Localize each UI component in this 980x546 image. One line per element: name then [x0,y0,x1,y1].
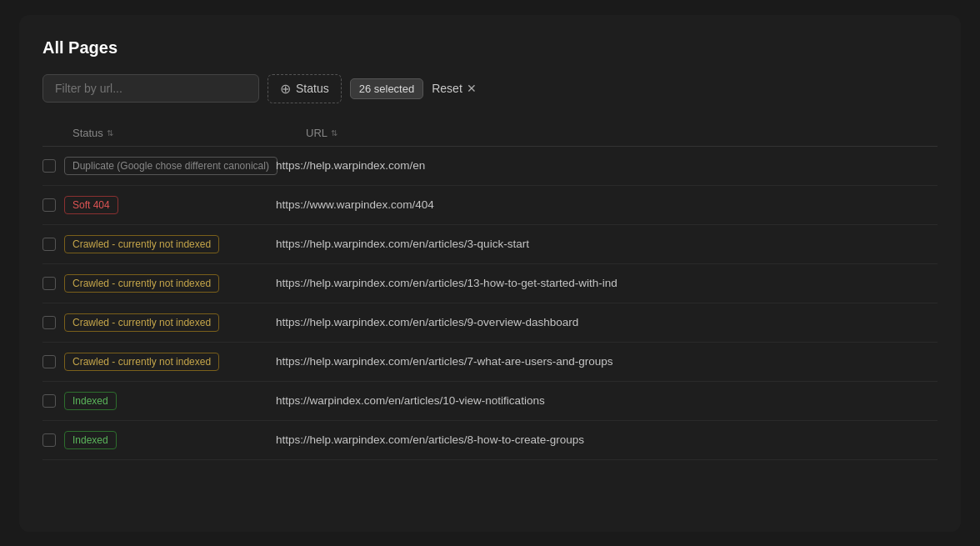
status-filter-button[interactable]: ⊕ Status [268,74,342,103]
header-url[interactable]: URL ⇅ [306,127,938,139]
status-badge: Crawled - currently not indexed [64,353,219,371]
close-icon: ✕ [467,82,477,95]
row-status-cell: Indexed [42,431,276,449]
row-checkbox[interactable] [42,277,56,290]
row-status-cell: Duplicate (Google chose different canoni… [42,157,276,175]
table-rows: Duplicate (Google chose different canoni… [42,147,938,460]
row-url: https://help.warpindex.com/en [276,159,938,172]
status-badge: Crawled - currently not indexed [64,274,219,293]
row-url: https://help.warpindex.com/en/articles/7… [276,355,938,368]
row-checkbox[interactable] [42,198,56,212]
row-status-cell: Crawled - currently not indexed [42,313,276,332]
filter-url-input[interactable] [42,74,259,103]
plus-icon: ⊕ [280,81,291,97]
row-status-cell: Crawled - currently not indexed [42,353,276,371]
table-row: Soft 404https://www.warpindex.com/404 [42,186,938,225]
row-status-cell: Indexed [42,392,276,410]
reset-button[interactable]: Reset ✕ [432,82,477,95]
row-url: https://help.warpindex.com/en/articles/9… [276,316,938,328]
selected-count-badge: 26 selected [350,78,424,99]
row-url: https://www.warpindex.com/404 [276,198,938,211]
row-status-cell: Soft 404 [42,196,276,214]
status-badge: Crawled - currently not indexed [64,235,219,253]
status-badge: Soft 404 [64,196,118,214]
row-url: https://help.warpindex.com/en/articles/1… [276,277,938,289]
row-status-cell: Crawled - currently not indexed [42,274,276,293]
status-filter-label: Status [296,82,329,95]
toolbar: ⊕ Status 26 selected Reset ✕ [42,74,938,103]
table-row: Crawled - currently not indexedhttps://h… [42,264,938,303]
table-row: Crawled - currently not indexedhttps://h… [42,303,938,343]
table-row: Crawled - currently not indexedhttps://h… [42,343,938,382]
header-status[interactable]: Status ⇅ [72,127,306,139]
row-checkbox[interactable] [42,433,56,447]
row-url: https://warpindex.com/en/articles/10-vie… [276,394,938,407]
table-header: Status ⇅ URL ⇅ [42,120,938,147]
row-status-cell: Crawled - currently not indexed [42,235,276,253]
sort-icon-url: ⇅ [331,128,338,138]
reset-label: Reset [432,82,462,95]
row-url: https://help.warpindex.com/en/articles/8… [276,433,938,446]
status-badge: Crawled - currently not indexed [64,313,219,332]
row-checkbox[interactable] [42,159,56,173]
table-row: Crawled - currently not indexedhttps://h… [42,225,938,264]
sort-icon-status: ⇅ [107,128,113,138]
table-row: Indexedhttps://warpindex.com/en/articles… [42,382,938,421]
table-row: Indexedhttps://help.warpindex.com/en/art… [42,421,938,460]
row-url: https://help.warpindex.com/en/articles/3… [276,238,938,250]
row-checkbox[interactable] [42,394,56,408]
page-title: All Pages [42,38,938,58]
all-pages-container: All Pages ⊕ Status 26 selected Reset ✕ S… [19,15,961,532]
table-row: Duplicate (Google chose different canoni… [42,147,938,186]
status-badge: Indexed [64,392,117,410]
status-badge: Indexed [64,431,117,449]
row-checkbox[interactable] [42,238,56,251]
row-checkbox[interactable] [42,316,56,329]
row-checkbox[interactable] [42,355,56,368]
status-badge: Duplicate (Google chose different canoni… [64,157,278,175]
